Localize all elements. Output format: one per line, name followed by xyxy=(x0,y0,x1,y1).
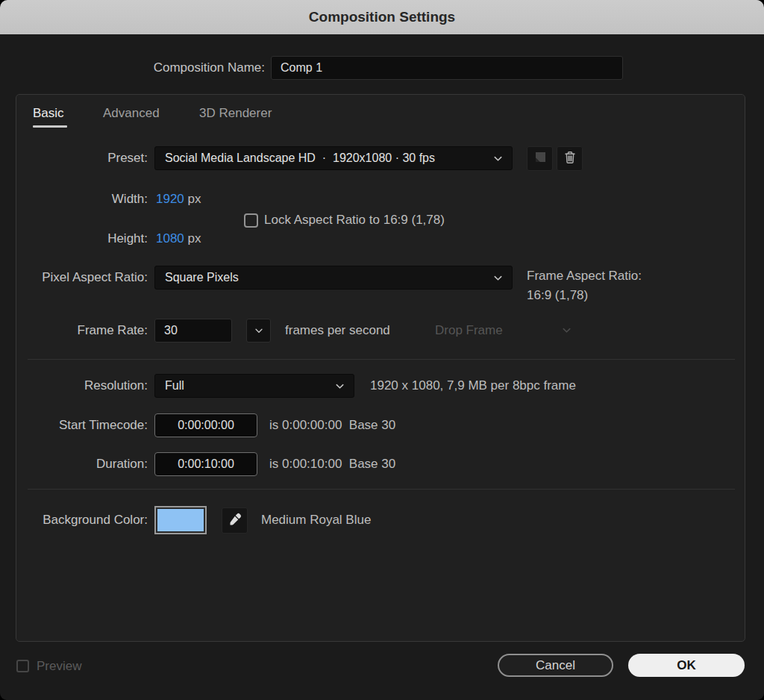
duration-info: is 0:00:10:00 Base 30 xyxy=(269,456,395,472)
preset-dropdown[interactable]: Social Media Landscape HD · 1920x1080 · … xyxy=(154,146,513,170)
pixel-aspect-ratio-label: Pixel Aspect Ratio: xyxy=(42,269,148,286)
chevron-down-icon xyxy=(254,325,264,336)
section-divider xyxy=(28,489,735,490)
height-value-row: 1080 px xyxy=(156,231,201,247)
resolution-label: Resolution: xyxy=(84,378,148,394)
drop-frame-dropdown: Drop Frame xyxy=(435,322,503,339)
save-preset-button[interactable] xyxy=(527,146,553,171)
start-timecode-info: is 0:00:00:00 Base 30 xyxy=(269,417,395,434)
width-value[interactable]: 1920 xyxy=(156,192,184,206)
resolution-info: 1920 x 1080, 7,9 MB per 8bpc frame xyxy=(370,378,576,394)
background-color-swatch[interactable] xyxy=(154,506,207,534)
resolution-value: Full xyxy=(165,379,184,393)
resolution-dropdown[interactable]: Full xyxy=(154,374,354,398)
background-color-swatch-fill xyxy=(157,509,204,531)
tab-basic[interactable]: Basic xyxy=(33,105,64,122)
height-value[interactable]: 1080 xyxy=(156,231,184,246)
duration-label: Duration: xyxy=(96,456,148,472)
start-timecode-label: Start Timecode: xyxy=(59,417,148,434)
save-preset-icon xyxy=(533,150,548,168)
duration-input[interactable] xyxy=(154,452,257,476)
composition-name-label: Composition Name: xyxy=(154,60,265,76)
frame-aspect-ratio-label: Frame Aspect Ratio: xyxy=(527,268,642,284)
width-label: Width: xyxy=(112,191,148,207)
trash-icon xyxy=(563,150,577,168)
ok-button-label: OK xyxy=(677,658,696,673)
cancel-button-label: Cancel xyxy=(536,658,575,673)
pixel-aspect-ratio-value: Square Pixels xyxy=(165,271,239,284)
frame-rate-dropdown-button[interactable] xyxy=(246,319,271,343)
preview-label: Preview xyxy=(37,658,81,675)
lock-aspect-label: Lock Aspect Ratio to 16:9 (1,78) xyxy=(264,212,445,228)
section-divider xyxy=(28,359,735,360)
preset-label: Preset: xyxy=(107,150,148,166)
chevron-down-icon xyxy=(492,153,504,164)
chevron-down-icon xyxy=(492,272,504,284)
ok-button[interactable]: OK xyxy=(628,654,745,677)
pixel-aspect-ratio-dropdown[interactable]: Square Pixels xyxy=(154,266,513,290)
composition-name-input[interactable] xyxy=(271,56,623,80)
settings-panel xyxy=(16,94,745,642)
frames-per-second-label: frames per second xyxy=(285,322,390,339)
chevron-down-icon xyxy=(334,381,345,392)
height-unit: px xyxy=(188,231,201,246)
active-tab-underline xyxy=(33,125,67,128)
delete-preset-button[interactable] xyxy=(557,146,583,171)
width-value-row: 1920 px xyxy=(156,191,201,207)
height-label: Height: xyxy=(107,231,148,247)
background-color-name: Medium Royal Blue xyxy=(261,512,371,528)
tab-advanced[interactable]: Advanced xyxy=(103,105,160,122)
dialog-title: Composition Settings xyxy=(309,9,455,25)
start-timecode-input[interactable] xyxy=(154,413,257,437)
background-color-label: Background Color: xyxy=(43,512,148,528)
width-unit: px xyxy=(188,192,201,206)
preset-value: Social Media Landscape HD · 1920x1080 · … xyxy=(165,151,435,165)
eyedropper-button[interactable] xyxy=(222,507,248,534)
preview-checkbox[interactable] xyxy=(16,660,29,672)
dialog-titlebar[interactable]: Composition Settings xyxy=(0,0,764,34)
composition-settings-dialog: Composition Settings Composition Name: B… xyxy=(0,0,764,700)
lock-aspect-checkbox[interactable] xyxy=(244,213,258,228)
frame-rate-label: Frame Rate: xyxy=(78,322,148,339)
frame-rate-input[interactable] xyxy=(154,319,232,343)
tab-3d-renderer[interactable]: 3D Renderer xyxy=(199,105,272,122)
chevron-down-icon xyxy=(561,325,572,339)
frame-aspect-ratio-value: 16:9 (1,78) xyxy=(527,287,588,304)
eyedropper-icon xyxy=(228,512,242,530)
cancel-button[interactable]: Cancel xyxy=(498,654,613,677)
